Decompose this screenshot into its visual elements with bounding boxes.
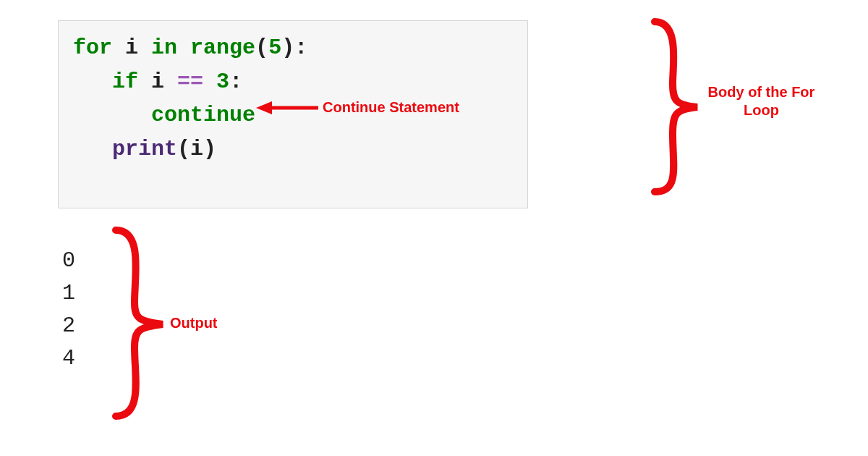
keyword-if: if: [112, 69, 138, 94]
code-text: for i in range(5): if i == 3: continue p…: [73, 31, 513, 166]
output-line: 4: [62, 342, 75, 375]
annotation-output-label: Output: [170, 315, 218, 332]
colon: :: [294, 35, 307, 60]
identifier-i-2: i: [151, 69, 164, 94]
operator-eq: ==: [177, 69, 203, 94]
close-paren: ): [281, 35, 294, 60]
keyword-continue: continue: [151, 103, 255, 127]
open-paren: (: [255, 35, 268, 60]
literal-5: 5: [268, 35, 281, 60]
colon-2: :: [229, 69, 242, 94]
keyword-for: for: [73, 35, 112, 60]
keyword-in: in: [151, 35, 177, 60]
output-line: 2: [62, 310, 75, 342]
output-block: 0 1 2 4: [62, 245, 75, 375]
output-line: 0: [62, 245, 75, 277]
brace-output-icon: [116, 230, 163, 416]
identifier-i-3: i: [190, 137, 203, 161]
identifier-i: i: [125, 35, 138, 60]
annotation-body-label: Body of the For Loop: [705, 83, 817, 119]
output-line: 1: [62, 277, 75, 310]
brace-body-icon: [655, 22, 697, 192]
close-paren-2: ): [203, 137, 216, 161]
call-print: print: [112, 137, 177, 161]
annotation-continue-label: Continue Statement: [323, 99, 459, 116]
builtin-range: range: [190, 35, 255, 60]
literal-3: 3: [216, 69, 229, 94]
open-paren-2: (: [177, 137, 190, 161]
